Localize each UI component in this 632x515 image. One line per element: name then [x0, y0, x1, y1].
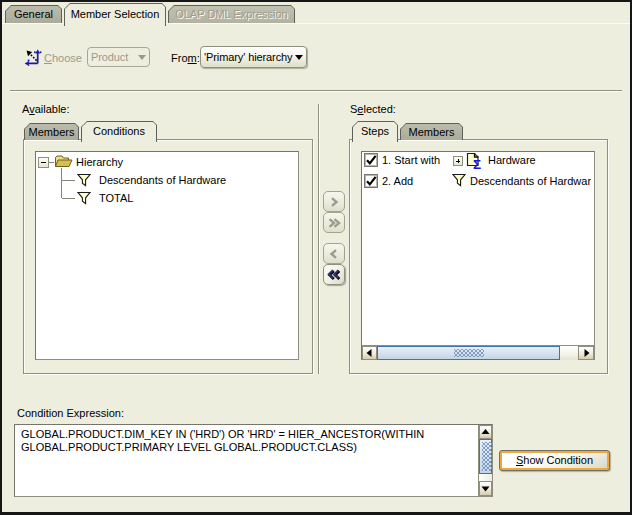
double-chevron-left-icon [327, 268, 342, 281]
dimension-combo-value: Product [91, 51, 128, 63]
condition-expression-label: Condition Expression: [17, 407, 124, 419]
filter-icon [77, 173, 91, 187]
check-icon [365, 154, 377, 166]
tree-node-hierarchy[interactable]: Hierarchy [76, 156, 123, 168]
condition-vscrollbar[interactable] [478, 425, 492, 496]
tab-selected-steps-label: Steps [352, 125, 398, 137]
hierarchy-combo-value: 'Primary' hierarchy [204, 51, 293, 63]
tab-available-members[interactable]: Members [24, 123, 79, 140]
hscroll-thumb[interactable] [377, 346, 560, 360]
tab-selected-steps[interactable]: Steps [352, 121, 398, 141]
vscroll-thumb[interactable] [479, 439, 492, 474]
move-left-button [323, 243, 345, 264]
filter-icon [452, 173, 466, 187]
from-label: From: [171, 52, 200, 64]
tab-selected-members[interactable]: Members [400, 123, 463, 140]
double-chevron-right-icon [327, 217, 341, 229]
steps-hscrollbar[interactable] [362, 345, 594, 359]
dimension-combo: Product [87, 47, 150, 67]
scroll-up-button[interactable] [479, 425, 492, 439]
scroll-down-button[interactable] [479, 481, 492, 496]
member-selection-dialog: General Member Selection OLAP DML Expres… [0, 0, 632, 515]
middle-separator [318, 104, 319, 374]
hscroll-track[interactable] [560, 346, 578, 360]
tab-available-conditions[interactable]: Conditions [81, 121, 157, 141]
scroll-left-button[interactable] [362, 346, 377, 360]
selected-label: Selected: [350, 103, 396, 115]
arrow-down-icon [480, 482, 491, 495]
plus-icon [458, 159, 459, 163]
vscroll-track[interactable] [479, 474, 492, 481]
tab-member-selection-label: Member Selection [64, 8, 166, 20]
step-1-item: Hardware [488, 154, 536, 166]
choose-label: Choose [44, 52, 82, 64]
move-all-right-button [323, 212, 345, 233]
tree-connector-line [62, 198, 75, 199]
tab-member-selection[interactable]: Member Selection [64, 3, 166, 25]
move-all-left-button[interactable] [323, 264, 345, 285]
check-icon [365, 175, 377, 187]
hierarchy-combo-arrow-icon [295, 55, 303, 60]
step-2-checkbox[interactable] [364, 174, 378, 188]
arrow-left-icon [363, 347, 376, 359]
svg-text:Σ: Σ [473, 157, 481, 170]
step-1-checkbox[interactable] [364, 153, 378, 167]
tab-available-members-label: Members [24, 126, 79, 138]
choose-dimension-icon [24, 48, 42, 66]
thumb-grip [454, 349, 484, 357]
filter-icon [77, 191, 91, 205]
available-label: Available: [22, 103, 70, 115]
toolbar-separator [10, 90, 622, 91]
scroll-right-button[interactable] [578, 346, 594, 360]
tree-node-descendants[interactable]: Descendants of Hardware [99, 174, 226, 186]
tab-olap-dml-expression-label: OLAP DML Expression [168, 8, 295, 20]
show-condition-button[interactable]: Show Condition [499, 450, 610, 471]
tab-available-conditions-label: Conditions [81, 125, 157, 137]
tab-general[interactable]: General [5, 5, 62, 23]
step-2-item: Descendants of Hardware [470, 175, 591, 187]
step-1-expand-toggle[interactable] [453, 156, 463, 166]
tree-collapse-toggle[interactable] [38, 157, 49, 168]
chevron-right-icon [328, 196, 340, 208]
tree-connector-line [62, 180, 75, 181]
thumb-grip [482, 442, 492, 471]
dimension-combo-arrow-icon [138, 55, 146, 60]
condition-line-2: GLOBAL.PRODUCT.PRIMARY LEVEL GLOBAL.PROD… [21, 441, 357, 454]
step-2-label: 2. Add [382, 175, 413, 187]
condition-line-1: GLOBAL.PRODUCT.DIM_KEY IN ('HRD') OR 'HR… [21, 428, 424, 441]
minus-icon [41, 162, 46, 163]
move-right-button [323, 191, 345, 212]
step-1-label: 1. Start with [382, 154, 440, 166]
chevron-left-icon [328, 248, 340, 260]
member-sigma-icon: Σ [466, 152, 484, 170]
tab-general-label: General [5, 8, 62, 20]
tree-node-total[interactable]: TOTAL [99, 192, 133, 204]
folder-open-icon [54, 155, 73, 168]
show-condition-label: Show Condition [516, 454, 593, 466]
tree-connector-line [61, 168, 62, 198]
tab-olap-dml-expression: OLAP DML Expression [168, 5, 295, 23]
hierarchy-combo[interactable]: 'Primary' hierarchy [200, 46, 307, 68]
arrow-right-icon [579, 347, 593, 359]
tab-selected-members-label: Members [400, 126, 463, 138]
arrow-up-icon [480, 426, 491, 438]
